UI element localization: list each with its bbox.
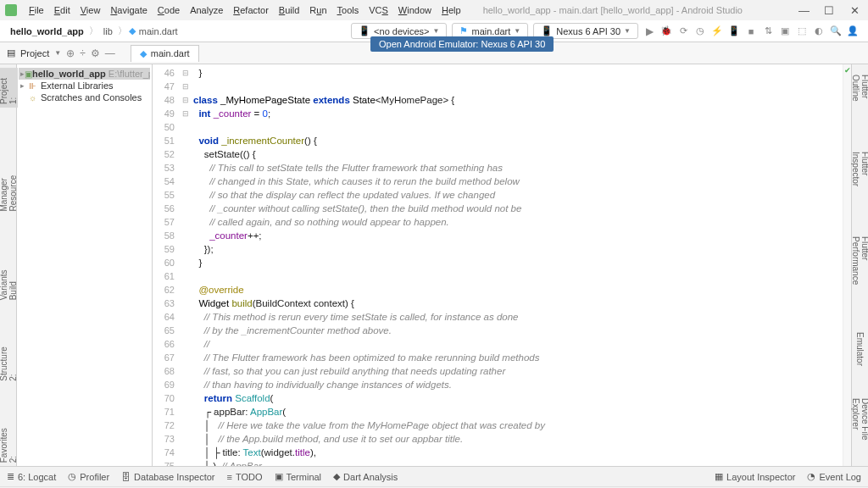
module-icon: ▣ xyxy=(25,69,32,79)
bottom-tool-bar: ≣ 6: Logcat ◷ Profiler 🗄 Database Inspec… xyxy=(0,466,868,486)
hot-reload-button[interactable]: ⚡ xyxy=(710,25,724,36)
bottom-logcat[interactable]: ≣ 6: Logcat xyxy=(7,471,56,482)
bottom-todo[interactable]: ≡ TODO xyxy=(227,472,263,482)
code-area[interactable]: } class _MyHomePageState extends State<M… xyxy=(192,64,843,466)
line-gutter: 4647484950515253545556575859606162636465… xyxy=(153,64,180,466)
project-view-label[interactable]: Project xyxy=(20,48,49,58)
sync-button[interactable]: ⇅ xyxy=(761,25,775,36)
attach-button[interactable]: 📱 xyxy=(727,25,741,36)
chevron-right-icon: ▸ xyxy=(20,81,29,90)
hide-panel-icon[interactable]: — xyxy=(105,47,115,59)
rail-device-file-explorer[interactable]: Device File Explorer xyxy=(851,395,869,466)
menu-tools[interactable]: Tools xyxy=(332,3,364,17)
project-view-icon: ▤ xyxy=(7,47,15,58)
menu-analyze[interactable]: Analyze xyxy=(185,3,228,17)
menu-code[interactable]: Code xyxy=(153,3,185,17)
menu-build[interactable]: Build xyxy=(274,3,304,17)
bottom-event-log[interactable]: ◔ Event Log xyxy=(807,471,861,482)
menu-file[interactable]: File xyxy=(24,3,49,17)
rail-flutter-performance[interactable]: Flutter Performance xyxy=(851,233,869,303)
gradle-button[interactable]: ◐ xyxy=(812,25,826,36)
collapse-icon[interactable]: ÷ xyxy=(80,47,86,59)
breadcrumb-file[interactable]: main.dart xyxy=(136,25,181,38)
menu-run[interactable]: Run xyxy=(304,3,331,17)
bottom-layout-inspector[interactable]: ▦ Layout Inspector xyxy=(715,471,795,482)
rail-project[interactable]: 1: Project xyxy=(0,68,18,108)
coverage-button[interactable]: ⟳ xyxy=(676,25,690,36)
stop-button[interactable]: ■ xyxy=(744,26,758,36)
dart-file-icon: ◆ xyxy=(129,25,136,36)
scratch-icon: ☼ xyxy=(29,93,41,103)
tree-external-libs[interactable]: ▸ ⊪ External Libraries xyxy=(19,80,150,92)
breadcrumb-app[interactable]: hello_world_app xyxy=(7,25,87,38)
window-title: hello_world_app - main.dart [hello_world… xyxy=(483,5,743,15)
rail-structure[interactable]: 2: Structure xyxy=(0,337,18,385)
project-panel: ▸ ▣ hello_world_app E:\flutter_pr ▸ ⊪ Ex… xyxy=(17,64,153,466)
gear-icon[interactable]: ⚙ xyxy=(91,47,100,59)
android-studio-icon xyxy=(5,4,17,16)
avd-manager-button[interactable]: ▣ xyxy=(778,25,792,36)
marker-strip: ✔ xyxy=(843,64,851,466)
menu-edit[interactable]: Edit xyxy=(49,3,75,17)
dart-file-icon: ◆ xyxy=(140,48,147,59)
bottom-terminal[interactable]: ▣ Terminal xyxy=(275,471,322,482)
tree-scratches[interactable]: ☼ Scratches and Consoles xyxy=(19,92,150,103)
rail-flutter-outline[interactable]: Flutter Outline xyxy=(851,71,869,123)
target-icon[interactable]: ⊕ xyxy=(66,47,75,59)
search-icon[interactable]: 🔍 xyxy=(829,25,843,36)
minimize-button[interactable]: — xyxy=(798,4,809,17)
tooltip-open-emulator: Open Android Emulator: Nexus 6 API 30 xyxy=(370,36,554,52)
right-tool-rail: Flutter Outline Flutter Inspector Flutte… xyxy=(851,64,868,466)
flutter-icon: ⚑ xyxy=(459,25,468,36)
chevron-right-icon: 〉 xyxy=(116,25,129,37)
check-ok-icon: ✔ xyxy=(844,66,851,75)
titlebar: File Edit View Navigate Code Analyze Ref… xyxy=(0,0,868,20)
debug-button[interactable]: 🐞 xyxy=(659,25,673,36)
bottom-db-inspector[interactable]: 🗄 Database Inspector xyxy=(121,472,214,482)
left-tool-rail: 1: Project Resource Manager Build Varian… xyxy=(0,64,17,466)
editor-tab-label: main.dart xyxy=(151,48,190,58)
menu-vcs[interactable]: VCS xyxy=(364,3,393,17)
maximize-button[interactable]: ☐ xyxy=(824,4,834,17)
library-icon: ⊪ xyxy=(29,81,41,91)
rail-favorites[interactable]: 2: Favorites xyxy=(0,419,18,466)
menu-navigate[interactable]: Navigate xyxy=(105,3,152,17)
close-button[interactable]: ✕ xyxy=(849,4,860,17)
rail-flutter-inspector[interactable]: Flutter Inspector xyxy=(851,148,869,207)
chevron-right-icon: 〉 xyxy=(87,25,100,37)
avatar-icon[interactable]: 👤 xyxy=(846,25,860,36)
rail-build-variants[interactable]: Build Variants xyxy=(0,249,18,303)
menu-window[interactable]: Window xyxy=(393,3,437,17)
menu-refactor[interactable]: Refactor xyxy=(228,3,274,17)
menu-view[interactable]: View xyxy=(75,3,106,17)
rail-emulator[interactable]: Emulator xyxy=(855,329,865,369)
menu-help[interactable]: Help xyxy=(437,3,466,17)
chevron-down-icon[interactable]: ▼ xyxy=(54,49,61,57)
tree-root[interactable]: ▸ ▣ hello_world_app E:\flutter_pr xyxy=(19,68,150,80)
bottom-profiler[interactable]: ◷ Profiler xyxy=(68,471,109,482)
run-button[interactable]: ▶ xyxy=(643,25,656,37)
code-editor[interactable]: 4647484950515253545556575859606162636465… xyxy=(153,64,851,466)
profile-button[interactable]: ◷ xyxy=(693,25,707,36)
breadcrumb-dir[interactable]: lib xyxy=(100,25,116,38)
editor-tab-main[interactable]: ◆ main.dart xyxy=(131,45,199,62)
sdk-manager-button[interactable]: ⬚ xyxy=(795,25,809,36)
fold-strip: ⊟⊟⊟⊟ xyxy=(180,64,192,466)
bottom-dart-analysis[interactable]: ◆ Dart Analysis xyxy=(333,471,398,482)
rail-resource-manager[interactable]: Resource Manager xyxy=(0,141,18,215)
